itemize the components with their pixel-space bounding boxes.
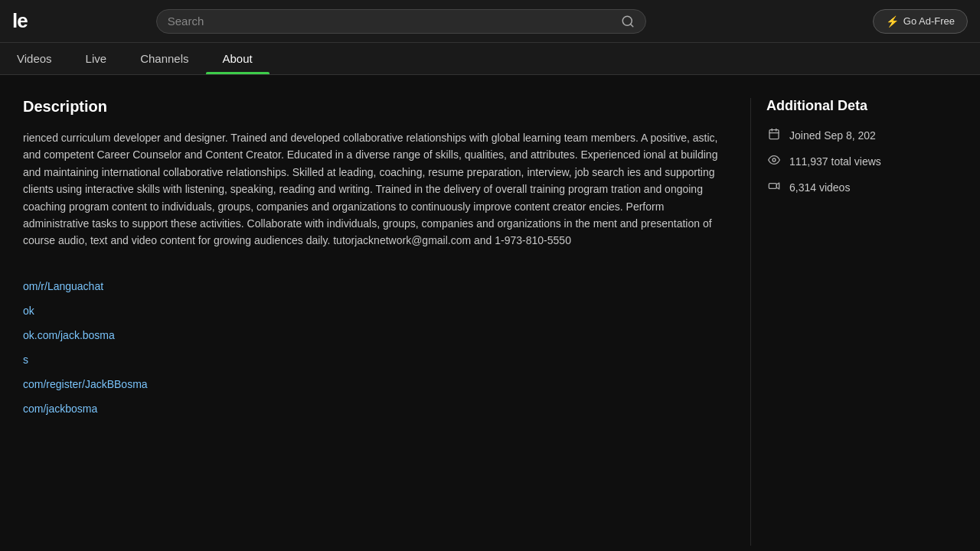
svg-line-1 (630, 24, 632, 26)
videos-text: 6,314 videos (789, 181, 850, 194)
tab-about[interactable]: About (206, 43, 270, 74)
search-bar (156, 9, 646, 34)
header: le ⚡ Go Ad-Free (0, 0, 980, 43)
svg-rect-7 (769, 184, 776, 189)
right-section: Additional Deta Joined Sep 8, 202 111,93… (750, 98, 980, 546)
link-register[interactable]: com/register/JackBBosma (23, 378, 727, 390)
main-content: Description rienced curriculum developer… (0, 75, 980, 546)
svg-rect-2 (769, 130, 779, 139)
additional-details-title: Additional Deta (766, 98, 965, 114)
eye-icon (766, 154, 782, 169)
link-jackbosma[interactable]: com/jackbosma (23, 403, 727, 415)
link-facebook-bosma[interactable]: ok.com/jack.bosma (23, 329, 727, 341)
tab-videos[interactable]: Videos (0, 43, 69, 74)
link-unknown[interactable]: s (23, 354, 727, 366)
joined-detail: Joined Sep 8, 202 (766, 128, 965, 143)
tab-channels[interactable]: Channels (123, 43, 205, 74)
description-title: Description (23, 98, 727, 116)
svg-marker-8 (776, 183, 779, 189)
search-icon (621, 15, 635, 28)
views-detail: 111,937 total views (766, 154, 965, 169)
joined-text: Joined Sep 8, 202 (789, 129, 876, 142)
nav-tabs: Videos Live Channels About (0, 43, 980, 75)
search-input[interactable] (168, 15, 621, 28)
left-section: Description rienced curriculum developer… (0, 98, 750, 546)
svg-point-6 (773, 158, 776, 161)
logo: le (12, 9, 28, 33)
videos-detail: 6,314 videos (766, 180, 965, 195)
go-ad-free-button[interactable]: ⚡ Go Ad-Free (873, 9, 968, 34)
link-languachat[interactable]: om/r/Languachat (23, 280, 727, 292)
search-button[interactable] (621, 15, 635, 28)
go-ad-free-label: Go Ad-Free (903, 15, 955, 27)
tab-live[interactable]: Live (69, 43, 124, 74)
video-icon (766, 180, 782, 195)
calendar-icon (766, 128, 782, 143)
links-section: om/r/Languachat ok ok.com/jack.bosma s c… (23, 280, 727, 415)
link-facebook-short[interactable]: ok (23, 305, 727, 317)
description-text: rienced curriculum developer and designe… (23, 129, 727, 249)
views-text: 111,937 total views (789, 155, 881, 168)
lightning-icon: ⚡ (886, 15, 899, 28)
